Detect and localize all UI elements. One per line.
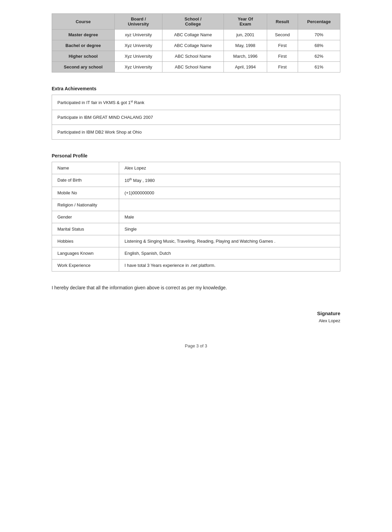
achievement-item: Participated in IT fair in VKMS & got 1s…: [52, 95, 340, 110]
col-header-year: Year OfExam: [224, 14, 267, 30]
edu-board: xyz University: [114, 30, 162, 40]
edu-board: Xyz University: [114, 62, 162, 72]
edu-course: Higher school: [52, 51, 115, 62]
edu-percentage: 70%: [298, 30, 340, 40]
signature-name: Alex Lopez: [52, 318, 340, 323]
edu-course: Master degree: [52, 30, 115, 40]
profile-value: (+1)000000000: [119, 187, 340, 199]
achievement-item: Participated in IBM DB2 Work Shop at Ohi…: [52, 125, 340, 140]
edu-result: First: [267, 62, 298, 72]
profile-row: Religion / Nationality: [52, 199, 340, 211]
edu-board: Xyz University: [114, 40, 162, 51]
page-number: Page 3 of 3: [52, 343, 340, 348]
edu-school: ABC School Name: [162, 51, 224, 62]
personal-profile-section: Personal Profile NameAlex LopezDate of B…: [52, 153, 340, 271]
edu-course: Second ary school: [52, 62, 115, 72]
edu-percentage: 62%: [298, 51, 340, 62]
profile-value: Single: [119, 223, 340, 235]
col-header-result: Result: [267, 14, 298, 30]
profile-label: Religion / Nationality: [52, 199, 119, 211]
edu-year: April, 1994: [224, 62, 267, 72]
profile-row: NameAlex Lopez: [52, 162, 340, 174]
col-header-board: Board /University: [114, 14, 162, 30]
profile-row: Marital StatusSingle: [52, 223, 340, 235]
profile-label: Marital Status: [52, 223, 119, 235]
edu-year: jun, 2001: [224, 30, 267, 40]
personal-profile-title: Personal Profile: [52, 153, 340, 158]
profile-row: Date of Birth10th May , 1980: [52, 174, 340, 187]
signature-block: Signature Alex Lopez: [52, 310, 340, 323]
profile-value: Listening & Singing Music, Traveling, Re…: [119, 235, 340, 247]
education-row: Bachel or degreeXyz UniversityABC Collag…: [52, 40, 340, 51]
edu-school: ABC Collage Name: [162, 30, 224, 40]
declaration-text: I hereby declare that all the informatio…: [52, 285, 340, 290]
profile-row: Languages KnownEnglish, Spanish, Dutch: [52, 247, 340, 259]
col-header-percentage: Percentage: [298, 14, 340, 30]
profile-value: Male: [119, 211, 340, 223]
profile-table: NameAlex LopezDate of Birth10th May , 19…: [52, 162, 340, 271]
col-header-course: Course: [52, 14, 115, 30]
col-header-school: School /College: [162, 14, 224, 30]
education-row: Higher schoolXyz UniversityABC School Na…: [52, 51, 340, 62]
resume-page: Course Board /University School /College…: [52, 13, 340, 348]
edu-percentage: 68%: [298, 40, 340, 51]
edu-course: Bachel or degree: [52, 40, 115, 51]
edu-school: ABC Collage Name: [162, 40, 224, 51]
extra-achievements-title: Extra Achievements: [52, 86, 340, 91]
profile-value: 10th May , 1980: [119, 174, 340, 187]
achievement-row: Participated in IT fair in VKMS & got 1s…: [52, 95, 340, 110]
achievements-table: Participated in IT fair in VKMS & got 1s…: [52, 95, 340, 140]
achievement-row: Participate in IBM GREAT MIND CHALANG 20…: [52, 110, 340, 125]
profile-row: Mobile No(+1)000000000: [52, 187, 340, 199]
profile-value: I have total 3 Years experience in .net …: [119, 259, 340, 271]
profile-label: Mobile No: [52, 187, 119, 199]
edu-year: March, 1996: [224, 51, 267, 62]
profile-row: GenderMale: [52, 211, 340, 223]
signature-label: Signature: [52, 310, 340, 316]
profile-label: Languages Known: [52, 247, 119, 259]
edu-result: First: [267, 40, 298, 51]
profile-row: Work ExperienceI have total 3 Years expe…: [52, 259, 340, 271]
profile-label: Work Experience: [52, 259, 119, 271]
edu-percentage: 61%: [298, 62, 340, 72]
education-table: Course Board /University School /College…: [52, 13, 340, 72]
extra-achievements-section: Extra Achievements Participated in IT fa…: [52, 86, 340, 140]
edu-year: May, 1998: [224, 40, 267, 51]
profile-row: HobbiesListening & Singing Music, Travel…: [52, 235, 340, 247]
education-row: Second ary schoolXyz UniversityABC Schoo…: [52, 62, 340, 72]
profile-value: [119, 199, 340, 211]
profile-label: Gender: [52, 211, 119, 223]
profile-label: Name: [52, 162, 119, 174]
profile-label: Hobbies: [52, 235, 119, 247]
edu-result: Second: [267, 30, 298, 40]
edu-school: ABC School Name: [162, 62, 224, 72]
edu-board: Xyz University: [114, 51, 162, 62]
profile-value: Alex Lopez: [119, 162, 340, 174]
education-row: Master degreexyz UniversityABC Collage N…: [52, 30, 340, 40]
profile-label: Date of Birth: [52, 174, 119, 187]
achievement-row: Participated in IBM DB2 Work Shop at Ohi…: [52, 125, 340, 140]
profile-value: English, Spanish, Dutch: [119, 247, 340, 259]
edu-result: First: [267, 51, 298, 62]
achievement-item: Participate in IBM GREAT MIND CHALANG 20…: [52, 110, 340, 125]
